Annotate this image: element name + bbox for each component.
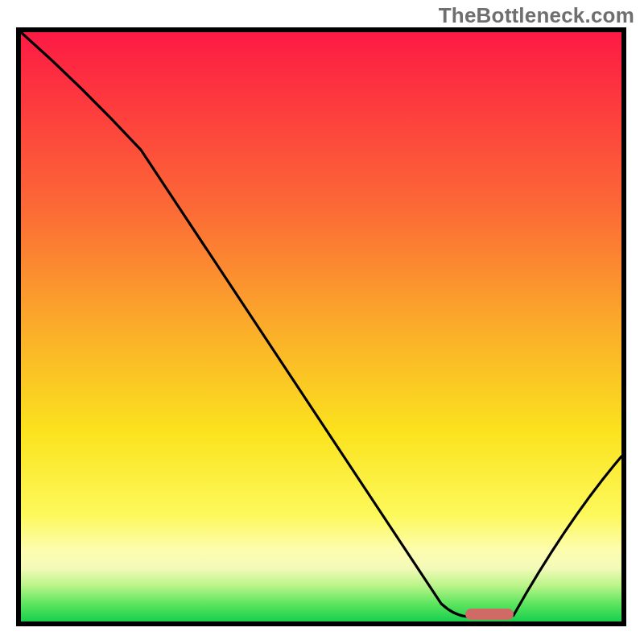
bottleneck-curve-path [21, 32, 621, 617]
plot-area [21, 32, 621, 621]
curve-svg [21, 32, 621, 621]
bottleneck-chart: TheBottleneck.com [0, 0, 644, 644]
optimal-range-marker [465, 609, 514, 620]
plot-frame [16, 27, 626, 626]
watermark-text: TheBottleneck.com [439, 3, 634, 28]
